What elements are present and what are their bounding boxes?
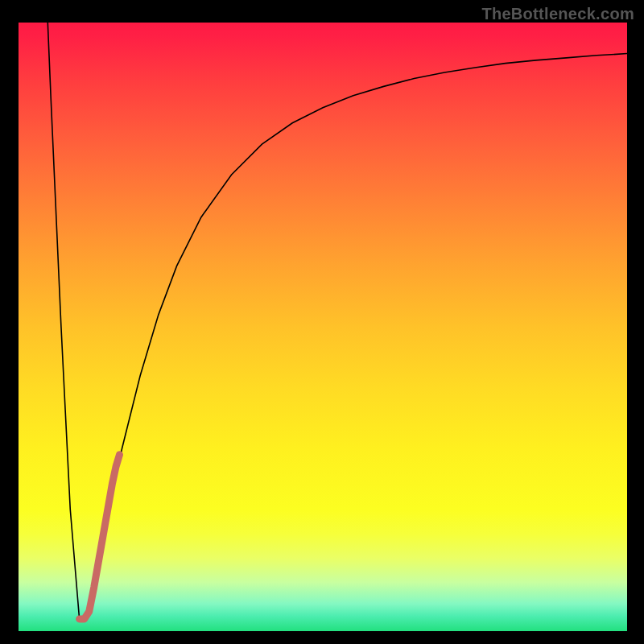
plot-svg <box>19 23 627 631</box>
plot-area <box>19 23 627 631</box>
watermark-text: TheBottleneck.com <box>481 5 634 23</box>
bottleneck-curve-path <box>47 23 627 619</box>
app-frame: TheBottleneck.com <box>0 0 644 644</box>
highlight-segment-path <box>80 455 120 619</box>
